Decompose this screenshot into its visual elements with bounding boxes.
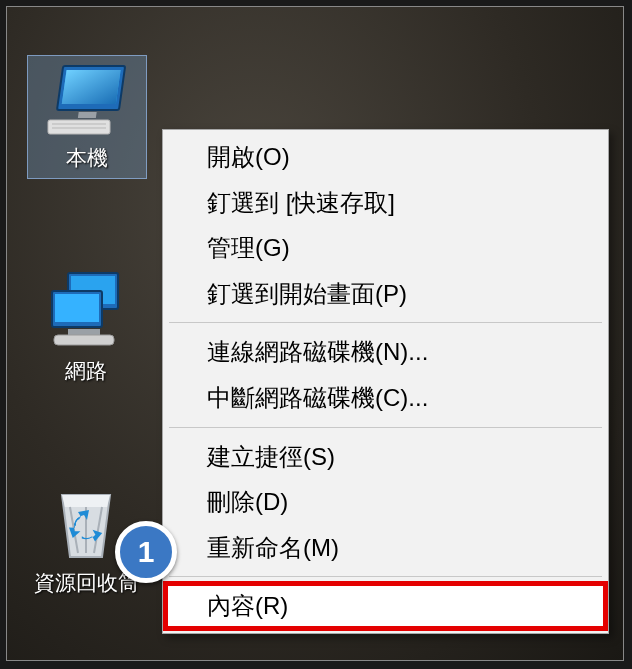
menu-item[interactable]: 中斷網路磁碟機(C)... xyxy=(165,375,606,421)
desktop-icon-this-pc[interactable]: 本機 xyxy=(27,55,147,179)
svg-rect-2 xyxy=(62,70,121,104)
menu-separator xyxy=(169,576,602,577)
menu-item[interactable]: 內容(R) xyxy=(165,583,606,629)
desktop-icon-label: 網路 xyxy=(27,357,145,385)
menu-separator xyxy=(169,427,602,428)
svg-rect-12 xyxy=(54,335,114,345)
menu-item[interactable]: 開啟(O) xyxy=(165,134,606,180)
svg-rect-4 xyxy=(48,120,110,134)
menu-item[interactable]: 管理(G) xyxy=(165,225,606,271)
context-menu: 開啟(O)釘選到 [快速存取]管理(G)釘選到開始畫面(P)連線網路磁碟機(N)… xyxy=(162,129,609,634)
svg-rect-3 xyxy=(78,112,97,118)
menu-item[interactable]: 釘選到開始畫面(P) xyxy=(165,271,606,317)
menu-item[interactable]: 連線網路磁碟機(N)... xyxy=(165,329,606,375)
annotation-step-1-label: 1 xyxy=(138,535,155,569)
annotation-step-1: 1 xyxy=(115,521,177,583)
svg-rect-11 xyxy=(68,329,100,335)
menu-item[interactable]: 重新命名(M) xyxy=(165,525,606,571)
desktop-area: 本機 網路 xyxy=(6,6,624,661)
menu-item[interactable]: 釘選到 [快速存取] xyxy=(165,180,606,226)
svg-rect-10 xyxy=(55,294,99,322)
desktop-icon-network[interactable]: 網路 xyxy=(27,269,145,385)
menu-item[interactable]: 刪除(D) xyxy=(165,479,606,525)
computer-icon xyxy=(28,60,146,140)
menu-separator xyxy=(169,322,602,323)
network-icon xyxy=(27,269,145,353)
menu-item[interactable]: 建立捷徑(S) xyxy=(165,434,606,480)
desktop-icon-label: 本機 xyxy=(28,144,146,172)
